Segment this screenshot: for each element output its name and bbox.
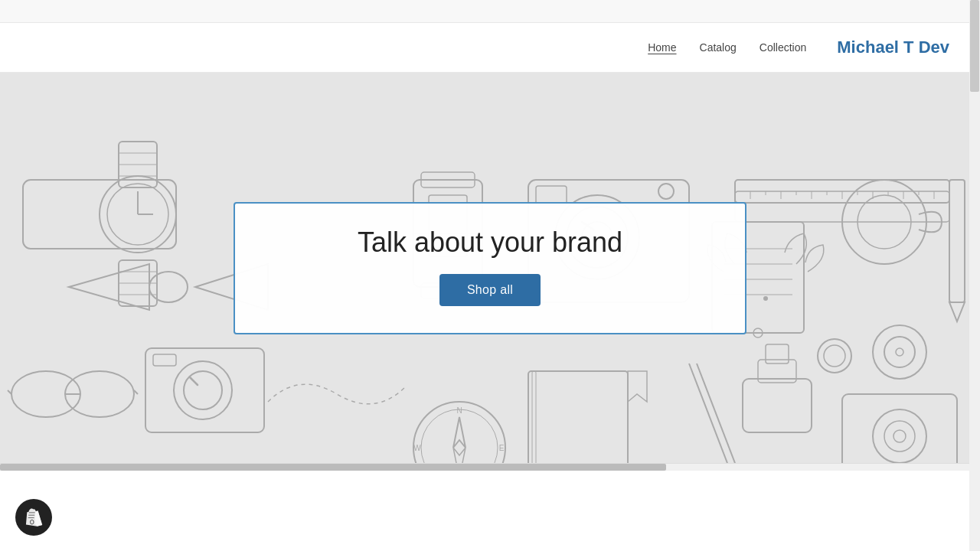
svg-text:N: N [456, 406, 462, 415]
nav-catalog[interactable]: Catalog [700, 41, 737, 54]
hero-section: N S W E Talk about your brand Shop all [0, 73, 980, 463]
vertical-scrollbar-thumb[interactable] [970, 0, 979, 92]
top-bar [0, 0, 980, 23]
horizontal-scrollbar[interactable] [0, 463, 980, 471]
nav-home[interactable]: Home [648, 41, 676, 54]
hero-title: Talk about your brand [358, 227, 622, 259]
nav: Home Catalog Collection [648, 41, 806, 54]
svg-point-51 [763, 296, 768, 301]
shop-all-button[interactable]: Shop all [439, 274, 541, 306]
vertical-scrollbar[interactable] [969, 0, 980, 471]
nav-collection[interactable]: Collection [760, 41, 806, 54]
brand-name[interactable]: Michael T Dev [837, 37, 949, 57]
svg-text:W: W [413, 444, 421, 452]
svg-text:E: E [499, 444, 505, 452]
scrollbar-thumb[interactable] [0, 464, 666, 471]
hero-card: Talk about your brand Shop all [234, 202, 746, 334]
header: Home Catalog Collection Michael T Dev [0, 23, 980, 73]
